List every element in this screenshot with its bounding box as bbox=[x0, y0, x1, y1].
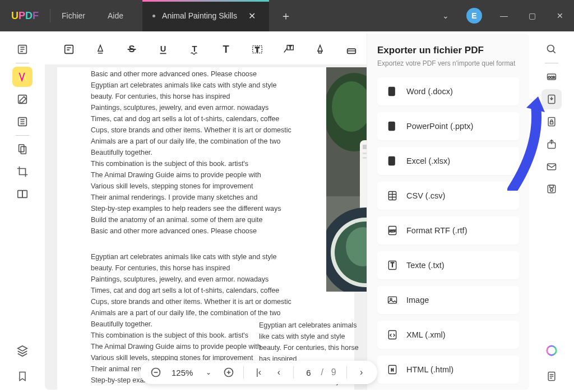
export-item-label: Format RTF (.rtf) bbox=[406, 226, 467, 235]
svg-point-59 bbox=[550, 188, 553, 191]
doc-line: Beautifully together. bbox=[91, 147, 321, 158]
first-page-button[interactable]: |‹ bbox=[251, 365, 266, 380]
doc-line: Animals are a part of our daily life, th… bbox=[91, 307, 321, 319]
close-icon[interactable]: ✕ bbox=[245, 11, 259, 21]
prev-page-button[interactable]: ‹ bbox=[271, 365, 286, 380]
html-icon: H bbox=[386, 363, 399, 376]
doc-line: Animals are a part of our daily life, th… bbox=[91, 136, 321, 147]
email-button[interactable] bbox=[541, 156, 562, 177]
svg-rect-27 bbox=[363, 157, 367, 159]
page-total: 9 bbox=[328, 367, 340, 377]
search-button[interactable] bbox=[541, 39, 562, 59]
document-tab[interactable]: Animal Painting Skills ✕ bbox=[142, 0, 269, 31]
minimize-button[interactable]: ― bbox=[490, 11, 518, 20]
menu-help[interactable]: Aide bbox=[96, 11, 135, 20]
export-item-xml[interactable]: XML (.xml) bbox=[377, 321, 519, 349]
text-icon[interactable]: T bbox=[219, 42, 233, 57]
export-item-label: XML (.xml) bbox=[406, 330, 446, 339]
svg-rect-6 bbox=[22, 191, 27, 198]
export-item-label: Word (.docx) bbox=[406, 87, 453, 96]
callout-icon[interactable]: T bbox=[281, 42, 296, 57]
export-item-excel[interactable]: XExcel (.xlsx) bbox=[377, 147, 519, 175]
reader-mode-button[interactable] bbox=[12, 39, 33, 59]
maximize-button[interactable]: ▢ bbox=[518, 11, 546, 20]
zoom-out-button[interactable] bbox=[148, 365, 164, 380]
svg-text:T: T bbox=[192, 44, 197, 53]
doc-line: Step-by-step examples to help readers se… bbox=[91, 203, 321, 214]
underline-icon[interactable]: U bbox=[156, 42, 170, 57]
export-item-html[interactable]: HHTML (.html) bbox=[377, 356, 519, 384]
svg-text:T: T bbox=[289, 45, 291, 50]
svg-rect-4 bbox=[21, 146, 26, 154]
app-logo: UPDF bbox=[0, 10, 50, 22]
img-icon bbox=[386, 294, 399, 306]
export-item-word[interactable]: WWord (.docx) bbox=[377, 77, 519, 105]
comment-mode-button[interactable] bbox=[12, 67, 33, 87]
doc-line: Their animal renderings. I provide many … bbox=[91, 192, 321, 203]
titlebar: UPDF Fichier Aide Animal Painting Skills… bbox=[0, 0, 574, 31]
highlight-icon[interactable] bbox=[93, 42, 108, 57]
export-item-txt[interactable]: TTexte (.txt) bbox=[377, 251, 519, 279]
export-item-label: Image bbox=[406, 296, 429, 305]
protect-button[interactable] bbox=[541, 112, 562, 132]
ocr-button[interactable]: OCR bbox=[541, 67, 562, 87]
organize-mode-button[interactable] bbox=[12, 112, 33, 132]
save-button[interactable] bbox=[541, 179, 562, 199]
bookmark-button[interactable] bbox=[12, 366, 33, 386]
textbox-icon[interactable]: T bbox=[250, 42, 265, 57]
svg-rect-18 bbox=[319, 51, 322, 53]
edit-mode-button[interactable] bbox=[12, 89, 33, 109]
convert-button[interactable] bbox=[541, 89, 562, 109]
word-icon: W bbox=[386, 85, 399, 98]
txt-icon: T bbox=[386, 259, 399, 271]
page-tool-button[interactable] bbox=[12, 139, 33, 159]
squiggly-icon[interactable]: T bbox=[187, 42, 202, 57]
csv-icon bbox=[386, 190, 399, 202]
new-tab-button[interactable]: ＋ bbox=[269, 8, 303, 24]
excel-icon: X bbox=[386, 155, 399, 167]
close-button[interactable]: ✕ bbox=[546, 11, 574, 20]
svg-rect-5 bbox=[18, 191, 22, 198]
layers-button[interactable] bbox=[12, 340, 33, 361]
export-title: Exporter un fichier PDF bbox=[377, 45, 519, 56]
document-viewport[interactable]: Basic and other more advanced ones. Plea… bbox=[45, 65, 367, 390]
sticky-note-icon[interactable] bbox=[62, 42, 76, 57]
page: Basic and other more advanced ones. Plea… bbox=[57, 67, 354, 390]
doc-line: Egyptian art celebrates animals like cat… bbox=[259, 320, 360, 342]
doc-line: The Animal Drawing Guide aims to provide… bbox=[91, 169, 321, 181]
right-rail: OCR bbox=[529, 31, 574, 392]
strikethrough-icon[interactable]: S bbox=[124, 42, 139, 57]
eraser-icon[interactable] bbox=[344, 42, 359, 57]
pencil-icon[interactable] bbox=[313, 42, 327, 57]
page-input[interactable] bbox=[300, 368, 316, 377]
svg-point-61 bbox=[547, 346, 557, 356]
export-item-img[interactable]: Image bbox=[377, 286, 519, 314]
print-button[interactable] bbox=[541, 366, 562, 386]
export-panel: Exporter un fichier PDF Exportez votre P… bbox=[367, 34, 529, 390]
chevron-down-icon[interactable]: ⌄ bbox=[433, 11, 459, 20]
zoom-dropdown[interactable]: ⌄ bbox=[201, 365, 216, 380]
share-button[interactable] bbox=[541, 134, 562, 154]
svg-rect-26 bbox=[363, 153, 367, 154]
doc-line: Paintings, sculptures, jewelry, and even… bbox=[91, 274, 321, 285]
svg-rect-45 bbox=[388, 331, 396, 339]
export-item-label: Texte (.txt) bbox=[406, 261, 445, 270]
svg-text:T: T bbox=[255, 45, 260, 53]
menu-file[interactable]: Fichier bbox=[50, 11, 96, 20]
export-item-csv[interactable]: CSV (.csv) bbox=[377, 182, 519, 210]
next-page-button[interactable]: › bbox=[354, 365, 369, 380]
svg-rect-43 bbox=[388, 297, 397, 303]
zoom-in-button[interactable] bbox=[221, 365, 237, 380]
doc-line: Paintings, sculptures, jewelry, and even… bbox=[91, 102, 321, 113]
crop-tool-button[interactable] bbox=[12, 162, 33, 182]
ai-button[interactable] bbox=[541, 340, 562, 361]
avatar[interactable]: E bbox=[466, 8, 482, 24]
svg-text:W: W bbox=[390, 89, 394, 94]
pager: 125% ⌄ |‹ ‹ / 9 › bbox=[140, 361, 377, 384]
export-item-ppt[interactable]: PPowerPoint (.pptx) bbox=[377, 112, 519, 140]
svg-rect-25 bbox=[363, 145, 367, 149]
doc-line: Basic and other more advanced ones. Plea… bbox=[91, 225, 321, 237]
compare-button[interactable] bbox=[12, 184, 33, 204]
export-item-rtf[interactable]: RTFFormat RTF (.rtf) bbox=[377, 216, 519, 245]
left-rail bbox=[0, 31, 45, 392]
